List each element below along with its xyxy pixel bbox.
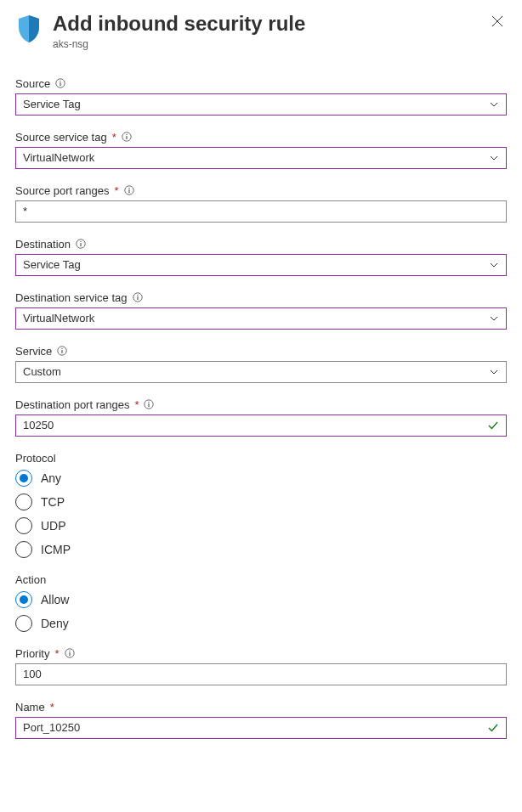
service-value: Custom: [23, 365, 61, 378]
svg-point-7: [128, 188, 129, 189]
name-input[interactable]: Port_10250: [15, 717, 507, 739]
check-icon: [487, 722, 499, 734]
label-action-text: Action: [15, 573, 46, 586]
field-destination-port-ranges: Destination port ranges * 10250: [15, 398, 507, 437]
info-icon[interactable]: [124, 185, 134, 195]
radio-icon: [15, 615, 32, 632]
label-priority-text: Priority: [15, 647, 49, 660]
required-indicator: *: [115, 184, 119, 197]
field-protocol: Protocol Any TCP UDP ICMP: [15, 452, 507, 558]
label-source-service-tag-text: Source service tag: [15, 131, 107, 144]
svg-point-13: [137, 295, 138, 296]
name-value: Port_10250: [23, 721, 80, 734]
field-destination: Destination Service Tag: [15, 238, 507, 276]
svg-rect-14: [137, 296, 138, 300]
info-icon[interactable]: [144, 399, 154, 409]
destination-value: Service Tag: [23, 258, 81, 271]
required-indicator: *: [112, 131, 116, 144]
radio-icon: [15, 493, 32, 510]
destination-port-ranges-value: 10250: [23, 419, 54, 431]
protocol-option-label: TCP: [41, 495, 65, 509]
header-left: Add inbound security rule aks-nsg: [15, 12, 305, 50]
svg-point-22: [69, 651, 70, 651]
label-destination-service-tag-text: Destination service tag: [15, 291, 128, 304]
field-name: Name * Port_10250: [15, 701, 507, 739]
svg-point-4: [126, 134, 127, 135]
panel-title: Add inbound security rule: [53, 12, 305, 37]
destination-service-tag-select[interactable]: VirtualNetwork: [15, 307, 507, 330]
chevron-down-icon: [489, 367, 499, 377]
label-source-text: Source: [15, 77, 50, 90]
source-value: Service Tag: [23, 98, 81, 110]
field-priority: Priority * 100: [15, 647, 507, 685]
svg-rect-2: [60, 82, 61, 86]
field-source-service-tag: Source service tag * VirtualNetwork: [15, 131, 507, 169]
svg-rect-8: [128, 189, 129, 193]
shield-icon: [15, 14, 43, 44]
protocol-option-label: Any: [41, 471, 61, 485]
info-icon[interactable]: [65, 648, 75, 658]
label-source: Source: [15, 77, 507, 90]
info-icon[interactable]: [133, 292, 143, 302]
label-service-text: Service: [15, 345, 52, 358]
radio-icon: [15, 541, 32, 558]
protocol-radio-group: Any TCP UDP ICMP: [15, 470, 507, 558]
protocol-radio-udp[interactable]: UDP: [15, 517, 507, 534]
radio-icon: [15, 591, 32, 608]
label-priority: Priority *: [15, 647, 507, 660]
destination-select[interactable]: Service Tag: [15, 254, 507, 276]
field-destination-service-tag: Destination service tag VirtualNetwork: [15, 291, 507, 330]
label-protocol-text: Protocol: [15, 452, 56, 465]
destination-service-tag-value: VirtualNetwork: [23, 312, 94, 324]
svg-rect-11: [80, 243, 81, 246]
title-group: Add inbound security rule aks-nsg: [53, 12, 305, 50]
info-icon[interactable]: [55, 78, 65, 88]
info-icon[interactable]: [57, 346, 67, 356]
field-action: Action Allow Deny: [15, 573, 507, 632]
label-destination: Destination: [15, 238, 507, 251]
label-name-text: Name: [15, 701, 45, 713]
radio-icon: [15, 517, 32, 534]
svg-rect-23: [69, 652, 70, 656]
label-source-port-ranges: Source port ranges *: [15, 184, 507, 197]
protocol-radio-any[interactable]: Any: [15, 470, 507, 487]
panel-subtitle: aks-nsg: [53, 38, 305, 50]
svg-rect-5: [126, 136, 127, 139]
source-service-tag-select[interactable]: VirtualNetwork: [15, 147, 507, 169]
action-radio-group: Allow Deny: [15, 591, 507, 632]
chevron-down-icon: [489, 153, 499, 163]
field-source-port-ranges: Source port ranges * *: [15, 184, 507, 223]
source-port-ranges-input[interactable]: *: [15, 200, 507, 223]
protocol-option-label: UDP: [41, 519, 66, 533]
action-radio-allow[interactable]: Allow: [15, 591, 507, 608]
source-service-tag-value: VirtualNetwork: [23, 151, 94, 164]
source-port-ranges-value: *: [23, 205, 27, 217]
protocol-radio-tcp[interactable]: TCP: [15, 493, 507, 510]
svg-point-19: [149, 402, 150, 403]
close-button[interactable]: [488, 12, 507, 32]
required-indicator: *: [54, 647, 59, 660]
label-protocol: Protocol: [15, 452, 507, 465]
action-option-label: Deny: [41, 617, 69, 630]
label-source-port-ranges-text: Source port ranges: [15, 184, 110, 197]
svg-rect-20: [149, 403, 150, 407]
field-source: Source Service Tag: [15, 77, 507, 116]
action-radio-deny[interactable]: Deny: [15, 615, 507, 632]
action-option-label: Allow: [41, 593, 69, 606]
check-icon: [487, 420, 499, 431]
destination-port-ranges-input[interactable]: 10250: [15, 414, 507, 437]
chevron-down-icon: [489, 99, 499, 110]
priority-input[interactable]: 100: [15, 663, 507, 685]
protocol-radio-icmp[interactable]: ICMP: [15, 541, 507, 558]
chevron-down-icon: [489, 260, 499, 270]
service-select[interactable]: Custom: [15, 361, 507, 383]
info-icon[interactable]: [122, 132, 132, 142]
label-destination-port-ranges: Destination port ranges *: [15, 398, 507, 411]
radio-icon: [15, 470, 32, 487]
label-source-service-tag: Source service tag *: [15, 131, 507, 144]
label-destination-port-ranges-text: Destination port ranges: [15, 398, 129, 411]
field-service: Service Custom: [15, 345, 507, 383]
info-icon[interactable]: [76, 239, 86, 249]
required-indicator: *: [134, 398, 139, 411]
source-select[interactable]: Service Tag: [15, 93, 507, 116]
